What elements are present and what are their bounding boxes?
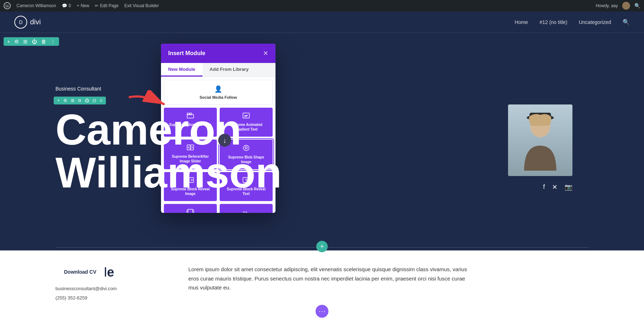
- module-blog-carousel[interactable]: Supreme Blog Carousel: [164, 204, 217, 213]
- add-section-button[interactable]: +: [316, 241, 328, 252]
- breadcrumbs-icon: »»: [242, 209, 250, 213]
- plus-icon: +: [77, 3, 79, 8]
- row-delete-icon[interactable]: ⏻: [85, 98, 89, 103]
- module-social-media-follow[interactable]: 👤 Social Media Follow: [164, 80, 273, 105]
- comments-link[interactable]: 💬 0: [62, 3, 71, 8]
- instagram-icon[interactable]: 📷: [565, 183, 572, 191]
- profile-image-inner: [508, 104, 572, 176]
- blog-carousel-icon: [186, 209, 194, 213]
- hero-name: Cameron Williamson: [55, 108, 282, 194]
- columns-icon[interactable]: ⊞: [23, 39, 28, 44]
- contact-email: businessconsultant@divi.com: [55, 284, 117, 293]
- admin-bar: W Cameron Williamson 💬 0 + New ✏ Edit Pa…: [0, 0, 644, 11]
- add-module-bottom-button[interactable]: ⋯: [316, 305, 328, 318]
- contact-phone: (255) 352-6259: [55, 293, 117, 303]
- power-icon[interactable]: ⏻: [32, 39, 37, 44]
- settings-icon[interactable]: ⚙: [14, 39, 19, 44]
- svg-rect-21: [193, 210, 194, 213]
- svg-rect-19: [188, 209, 193, 213]
- howdy-text: Howdy, aay: [596, 3, 618, 8]
- row-more-icon[interactable]: ≡: [100, 98, 102, 103]
- site-logo[interactable]: D divi: [14, 16, 41, 29]
- more-icon[interactable]: ⋮: [50, 39, 55, 44]
- site-name[interactable]: Cameron Williamson: [16, 3, 56, 8]
- logo-circle: D: [14, 16, 27, 29]
- nav-uncategorized[interactable]: Uncategorized: [579, 19, 611, 25]
- admin-bar-right: Howdy, aay 🔍: [596, 2, 640, 10]
- nav-12[interactable]: #12 (no title): [540, 19, 567, 25]
- business-label: Business Consultant: [55, 86, 101, 92]
- trash-icon[interactable]: 🗑: [41, 39, 46, 44]
- tab-add-from-library[interactable]: Add From Library: [203, 63, 256, 77]
- modal-header: Insert Module ✕: [161, 44, 275, 63]
- builder-toolbar: + ⚙ ⊞ ⏻ 🗑 ⋮: [4, 37, 59, 46]
- svg-text:W: W: [5, 4, 9, 8]
- row-duplicate-icon[interactable]: ⧉: [78, 98, 81, 103]
- site-nav: Home #12 (no title) Uncategorized 🔍: [515, 19, 630, 25]
- about-body: Lorem ipsum dolor sit amet consectetur a…: [188, 265, 474, 292]
- row-toggle-icon[interactable]: ⊡: [93, 98, 96, 103]
- modal-close-button[interactable]: ✕: [263, 49, 268, 57]
- search-icon[interactable]: 🔍: [623, 19, 630, 25]
- exit-builder-link[interactable]: Exit Visual Builder: [124, 3, 159, 8]
- social-follow-label: Social Media Follow: [200, 95, 237, 99]
- tab-new-module[interactable]: New Module: [161, 63, 203, 77]
- about-right: Lorem ipsum dolor sit amet consectetur a…: [188, 265, 474, 292]
- scroll-down-button[interactable]: ↓: [218, 134, 231, 147]
- main-content: + ⚙ ⊞ ⏻ 🗑 ⋮ Business Consultant + ⚙ ⊞ ⧉ …: [0, 33, 644, 322]
- about-contact: businessconsultant@divi.com (255) 352-62…: [55, 284, 117, 303]
- module-breadcrumbs[interactable]: »» Supreme Breadcrumbs: [220, 204, 273, 213]
- svg-text:»»: »»: [243, 210, 248, 213]
- row-toolbar: + ⚙ ⊞ ⧉ ⏻ ⊡ ≡: [54, 97, 106, 104]
- row-settings-icon[interactable]: ⚙: [63, 98, 67, 103]
- new-link[interactable]: + New: [77, 3, 89, 8]
- comment-icon: 💬: [62, 3, 67, 8]
- row-add-icon[interactable]: +: [57, 98, 60, 103]
- modal-tabs: New Module Add From Library: [161, 63, 275, 77]
- twitter-x-icon[interactable]: ✕: [552, 183, 557, 191]
- wordpress-logo[interactable]: W: [4, 2, 11, 9]
- svg-rect-20: [187, 210, 188, 213]
- profile-image: [508, 104, 572, 176]
- modal-title: Insert Module: [168, 50, 205, 57]
- site-header: D divi Home #12 (no title) Uncategorized…: [0, 11, 644, 33]
- social-follow-icon: 👤: [214, 85, 222, 93]
- row-columns-icon[interactable]: ⊞: [71, 98, 74, 103]
- edit-page-link[interactable]: ✏ Edit Page: [95, 3, 118, 8]
- nav-home[interactable]: Home: [515, 19, 528, 25]
- facebook-icon[interactable]: f: [543, 183, 545, 191]
- pencil-icon: ✏: [95, 3, 98, 8]
- add-icon[interactable]: +: [7, 39, 10, 44]
- download-cv-button[interactable]: Download CV: [55, 265, 105, 279]
- social-icons: f ✕ 📷: [543, 183, 572, 191]
- avatar[interactable]: [622, 2, 630, 10]
- admin-search-icon[interactable]: 🔍: [634, 3, 640, 9]
